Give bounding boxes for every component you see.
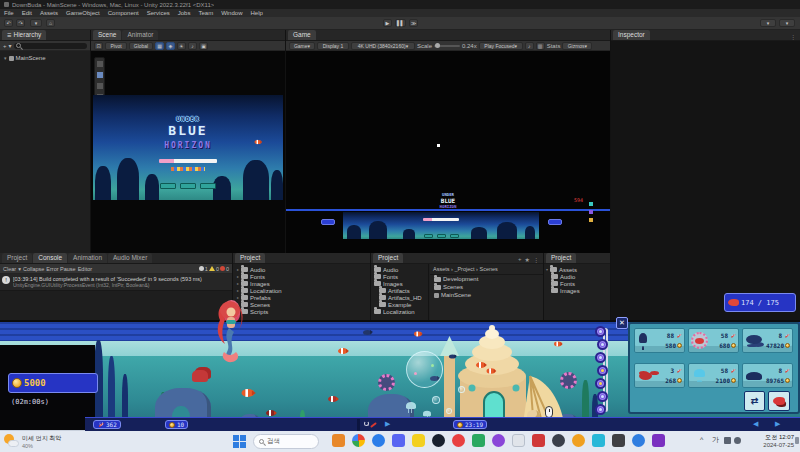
shop-category-shrimp-button[interactable] bbox=[597, 339, 608, 350]
hierarchy-search-input[interactable] bbox=[14, 43, 87, 49]
folder-row[interactable]: ▸Fonts bbox=[233, 273, 370, 280]
scene-viewport[interactable]: UNDER BLUE HORIZON bbox=[91, 51, 285, 253]
folder-row[interactable]: ▸Audio bbox=[233, 266, 370, 273]
weather-widget-icon[interactable] bbox=[4, 434, 19, 449]
taskbar-app-icon-chrome[interactable] bbox=[352, 434, 365, 447]
taskbar-app-icon[interactable] bbox=[632, 434, 645, 447]
pause-button[interactable]: ▌▌ bbox=[395, 19, 406, 27]
camera-icon[interactable]: ▣ bbox=[199, 42, 208, 50]
mute-audio-icon[interactable]: ♪ bbox=[525, 42, 534, 50]
taskbar-app-icon-discord[interactable] bbox=[392, 434, 405, 447]
taskbar-app-icon-edge[interactable] bbox=[372, 434, 385, 447]
title-start-button[interactable] bbox=[160, 183, 176, 189]
menu-window[interactable]: Window bbox=[221, 10, 242, 16]
add-gameobject-button[interactable]: + bbox=[3, 43, 7, 49]
taskbar-app-icon[interactable] bbox=[512, 434, 525, 447]
expand-caret-icon[interactable]: ▾ bbox=[4, 55, 7, 61]
rotate-tool-icon[interactable] bbox=[97, 83, 103, 89]
play-arrow-icon[interactable]: ▶ bbox=[385, 420, 390, 428]
vsync-icon[interactable]: ▥ bbox=[536, 42, 545, 50]
scale-slider[interactable] bbox=[434, 45, 460, 47]
tool-handle-icon[interactable]: ⊡ bbox=[94, 42, 103, 50]
light-toggle-icon[interactable]: ☀ bbox=[177, 42, 186, 50]
title-options-button[interactable] bbox=[180, 183, 196, 189]
shop-item-bubble-fish[interactable]: 58 680 bbox=[688, 328, 739, 353]
game-viewport[interactable]: 594 UNDER BLUE HORIZON bbox=[286, 51, 610, 253]
shop-item-jellyfish[interactable]: 58 2100 bbox=[688, 363, 739, 388]
play-focused-dropdown[interactable]: Play Focused ▾ bbox=[479, 42, 523, 50]
add-caret-icon[interactable]: ▾ bbox=[9, 42, 12, 49]
tab-project-c[interactable]: Project bbox=[546, 253, 576, 263]
taskbar-app-icon-kakao[interactable] bbox=[412, 434, 425, 447]
console-error-pause-button[interactable]: Error Pause bbox=[46, 266, 75, 272]
shop-category-upgrade-button[interactable] bbox=[597, 365, 608, 376]
panel-menu-icon[interactable]: ⋮ bbox=[533, 256, 539, 263]
tab-project-b[interactable]: Project bbox=[373, 253, 403, 263]
shop-category-misc-button[interactable] bbox=[595, 404, 606, 415]
stats-button[interactable]: Stats bbox=[547, 43, 561, 49]
asset-row[interactable]: MainScene bbox=[430, 291, 543, 299]
project-c-tree[interactable]: ▾Assets Audio Fonts Images bbox=[544, 264, 610, 320]
project-b-tree[interactable]: Audio Fonts Images Artifacts Artifacts_H… bbox=[371, 264, 429, 320]
volume-icon[interactable] bbox=[734, 437, 741, 444]
tab-console[interactable]: Console bbox=[33, 253, 67, 263]
shop-sort-button[interactable]: ⇄ bbox=[744, 391, 765, 411]
asset-row[interactable]: Scenes bbox=[430, 283, 543, 291]
taskbar-app-icon[interactable] bbox=[652, 434, 665, 447]
tray-chevron-icon[interactable]: ^ bbox=[700, 436, 703, 443]
move-tool-icon[interactable] bbox=[97, 72, 103, 78]
menu-edit[interactable]: Edit bbox=[22, 10, 32, 16]
panel-menu-icon[interactable]: ⋮ bbox=[790, 33, 800, 40]
undo-icon[interactable]: ↶ bbox=[4, 19, 13, 27]
shop-category-gear-button[interactable] bbox=[597, 391, 608, 402]
next-ar row-icon[interactable]: ▶ bbox=[775, 420, 780, 428]
tray-clock[interactable]: 오전 12:07 2024-07-25 bbox=[746, 433, 794, 448]
taskbar-app-icon[interactable] bbox=[532, 434, 545, 447]
folder-row[interactable]: Audio bbox=[371, 266, 428, 273]
folder-row[interactable]: Localization bbox=[371, 308, 428, 315]
menu-services[interactable]: Services bbox=[147, 10, 170, 16]
play-button[interactable]: ▶ bbox=[383, 19, 392, 27]
tab-scene[interactable]: Scene bbox=[93, 30, 121, 40]
project-breadcrumb[interactable]: Assets › _Project › Scenes bbox=[430, 264, 543, 275]
taskbar-app-icon[interactable] bbox=[572, 434, 585, 447]
error-icon[interactable] bbox=[220, 266, 225, 271]
menu-gameobject[interactable]: GameObject bbox=[66, 10, 100, 16]
shop-category-energy-button[interactable] bbox=[595, 378, 606, 389]
taskbar-app-icon[interactable] bbox=[592, 434, 605, 447]
step-button[interactable]: ≫ bbox=[409, 19, 418, 27]
warning-icon[interactable] bbox=[209, 266, 215, 271]
console-log-area[interactable]: ! [03:39:14] Build completed with a resu… bbox=[0, 274, 232, 320]
grid-snap-icon[interactable]: ▦ bbox=[155, 42, 164, 50]
console-editor-dropdown[interactable]: Editor bbox=[78, 266, 92, 272]
redo-icon[interactable]: ↷ bbox=[16, 19, 25, 27]
title-quit-button[interactable] bbox=[200, 183, 216, 189]
menu-file[interactable]: File bbox=[4, 10, 14, 16]
layout-dropdown[interactable]: ▾ bbox=[779, 19, 795, 27]
tab-hierarchy[interactable]: ☰ Hierarchy bbox=[2, 30, 46, 40]
menu-component[interactable]: Component bbox=[108, 10, 139, 16]
menu-team[interactable]: Team bbox=[198, 10, 213, 16]
prev-arrow-icon[interactable]: ◀ bbox=[753, 420, 758, 428]
hand-tool-icon[interactable] bbox=[97, 61, 103, 67]
menu-help[interactable]: Help bbox=[250, 10, 262, 16]
cloud-icon[interactable]: ⌂ bbox=[46, 19, 55, 27]
taskbar-app-icon-folder[interactable] bbox=[332, 434, 345, 447]
folder-row[interactable]: Fonts bbox=[371, 273, 428, 280]
layers-dropdown[interactable]: ▾ bbox=[760, 19, 776, 27]
asset-row[interactable]: Development bbox=[430, 275, 543, 283]
console-collapse-button[interactable]: Collapse bbox=[23, 266, 44, 272]
folder-row[interactable]: Example bbox=[371, 301, 428, 308]
taskbar-app-icon[interactable] bbox=[472, 434, 485, 447]
shop-category-fish-button[interactable] bbox=[595, 326, 606, 337]
console-clear-button[interactable]: Clear bbox=[3, 266, 16, 272]
tab-animator[interactable]: Animator bbox=[122, 30, 158, 40]
account-icon[interactable]: ▾ bbox=[30, 19, 42, 27]
tab-game[interactable]: Game bbox=[288, 30, 316, 40]
menu-jobs[interactable]: Jobs bbox=[178, 10, 191, 16]
create-plus-icon[interactable]: + bbox=[518, 256, 522, 263]
taskbar-app-icon-unity[interactable] bbox=[552, 434, 565, 447]
scale-slider-thumb[interactable] bbox=[435, 43, 440, 48]
tab-inspector[interactable]: Inspector bbox=[613, 30, 650, 40]
taskbar-app-icon-steam[interactable] bbox=[432, 434, 445, 447]
